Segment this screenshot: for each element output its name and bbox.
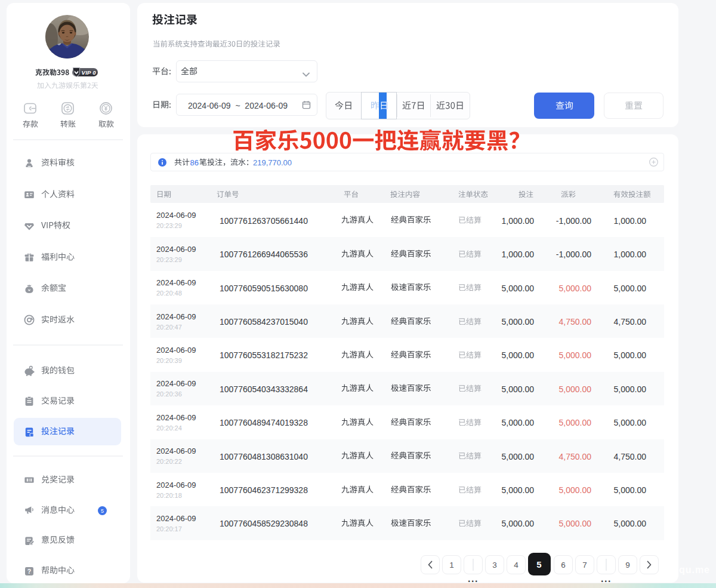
svg-text:5: 5 <box>101 508 104 514</box>
svg-text:VIP 0: VIP 0 <box>82 69 97 76</box>
svg-text:?: ? <box>27 568 31 575</box>
